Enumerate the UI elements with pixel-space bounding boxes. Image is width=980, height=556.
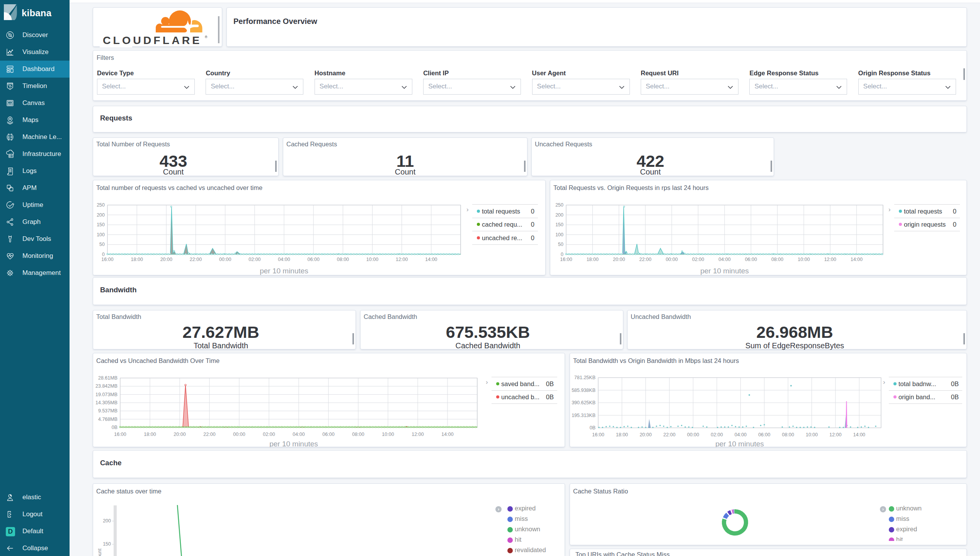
svg-text:250: 250 (97, 202, 105, 208)
svg-text:50: 50 (558, 242, 563, 247)
svg-text:08:00: 08:00 (771, 257, 783, 262)
svg-text:12:00: 12:00 (829, 432, 841, 437)
svg-text:14:00: 14:00 (853, 432, 865, 437)
svg-text:08:00: 08:00 (337, 257, 349, 262)
svg-text:20:00: 20:00 (640, 432, 652, 437)
svg-text:16:00: 16:00 (560, 257, 572, 262)
svg-text:22:00: 22:00 (639, 257, 651, 262)
svg-text:00:00: 00:00 (687, 432, 699, 437)
svg-text:150: 150 (97, 222, 105, 227)
svg-text:10:00: 10:00 (382, 432, 394, 437)
svg-text:10:00: 10:00 (366, 257, 378, 262)
svg-text:18:00: 18:00 (616, 432, 628, 437)
svg-text:200: 200 (555, 212, 563, 218)
svg-text:00:00: 00:00 (219, 257, 231, 262)
svg-text:08:00: 08:00 (352, 432, 364, 437)
svg-text:150: 150 (103, 541, 111, 547)
svg-text:18:00: 18:00 (131, 257, 143, 262)
svg-text:19.073MB: 19.073MB (95, 392, 117, 397)
svg-text:23.842MB: 23.842MB (95, 383, 117, 389)
svg-text:per 10 minutes: per 10 minutes (700, 267, 749, 275)
svg-text:00:00: 00:00 (233, 432, 245, 437)
svg-text:08:00: 08:00 (782, 432, 794, 437)
svg-text:14:00: 14:00 (441, 432, 453, 437)
svg-text:22:00: 22:00 (203, 432, 215, 437)
svg-text:390.625KB: 390.625KB (572, 400, 595, 405)
svg-text:50: 50 (99, 242, 105, 247)
svg-text:06:00: 06:00 (758, 432, 770, 437)
svg-text:100: 100 (555, 232, 563, 237)
svg-text:06:00: 06:00 (308, 257, 320, 262)
svg-text:0: 0 (102, 252, 105, 257)
svg-text:150: 150 (555, 222, 563, 227)
svg-text:per 10 minutes: per 10 minutes (260, 267, 308, 275)
svg-text:per 10 minutes: per 10 minutes (715, 440, 764, 447)
svg-text:per 10 minutes: per 10 minutes (269, 440, 318, 447)
svg-text:200: 200 (103, 518, 111, 524)
svg-text:28.61MB: 28.61MB (98, 375, 117, 381)
svg-text:02:00: 02:00 (263, 432, 275, 437)
svg-text:12:00: 12:00 (412, 432, 424, 437)
svg-text:16:00: 16:00 (101, 257, 113, 262)
svg-text:14:00: 14:00 (851, 257, 863, 262)
svg-text:14:00: 14:00 (425, 257, 437, 262)
svg-text:02:00: 02:00 (248, 257, 260, 262)
svg-text:0B: 0B (590, 425, 595, 431)
svg-text:18:00: 18:00 (587, 257, 599, 262)
svg-text:16:00: 16:00 (114, 432, 126, 437)
svg-text:CLOUDFLARE: CLOUDFLARE (103, 35, 202, 46)
svg-text:200: 200 (97, 212, 105, 218)
svg-text:16:00: 16:00 (592, 432, 604, 437)
svg-text:4.768MB: 4.768MB (98, 417, 117, 422)
svg-text:04:00: 04:00 (735, 432, 747, 437)
svg-text:0B: 0B (112, 425, 117, 430)
svg-text:20:00: 20:00 (160, 257, 172, 262)
svg-text:10:00: 10:00 (798, 257, 810, 262)
svg-text:12:00: 12:00 (396, 257, 408, 262)
svg-text:06:00: 06:00 (322, 432, 334, 437)
svg-text:00:00: 00:00 (666, 257, 678, 262)
svg-text:04:00: 04:00 (718, 257, 730, 262)
svg-text:100: 100 (97, 232, 105, 237)
svg-text:02:00: 02:00 (711, 432, 723, 437)
svg-text:06:00: 06:00 (745, 257, 757, 262)
svg-text:22:00: 22:00 (190, 257, 202, 262)
svg-text:Count: Count (97, 548, 102, 556)
svg-text:10:00: 10:00 (806, 432, 818, 437)
svg-text:18:00: 18:00 (144, 432, 156, 437)
svg-text:195.313KB: 195.313KB (572, 413, 595, 418)
svg-text:585.938KB: 585.938KB (572, 388, 595, 393)
svg-text:12:00: 12:00 (824, 257, 836, 262)
svg-text:20:00: 20:00 (174, 432, 185, 437)
svg-text:02:00: 02:00 (692, 257, 704, 262)
svg-text:250: 250 (555, 202, 563, 208)
svg-text:20:00: 20:00 (613, 257, 625, 262)
svg-text:781.25KB: 781.25KB (574, 375, 595, 380)
svg-text:14.305MB: 14.305MB (95, 400, 117, 405)
svg-text:22:00: 22:00 (664, 432, 675, 437)
svg-text:04:00: 04:00 (293, 432, 305, 437)
svg-text:9.537MB: 9.537MB (98, 408, 117, 414)
svg-text:0: 0 (561, 252, 563, 257)
svg-text:04:00: 04:00 (278, 257, 290, 262)
svg-text:®: ® (205, 35, 208, 39)
